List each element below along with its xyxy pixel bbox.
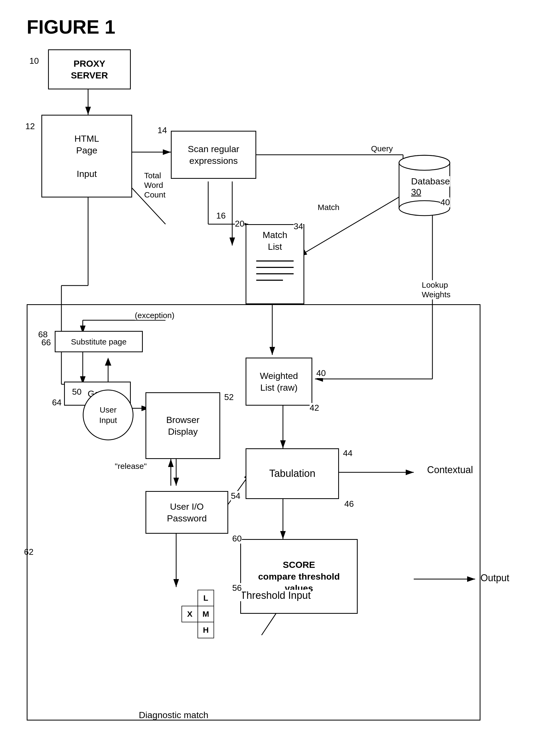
database-cylinder (398, 155, 451, 219)
ref-40: 40 (440, 197, 450, 207)
scan-regex-box: Scan regular expressions (171, 131, 256, 179)
html-page-box: HTML Page Input (41, 115, 132, 197)
proxy-server-box: PROXY SERVER (48, 49, 131, 90)
lookup-weights-label: LookupWeights (422, 280, 450, 299)
ref-12: 12 (25, 121, 35, 131)
figure-title: FIGURE 1 (27, 16, 115, 38)
match-label: Match (318, 203, 339, 212)
output-label: Output (480, 572, 509, 584)
ref-20: 20 (235, 219, 245, 229)
database-label: Database (411, 176, 450, 186)
match-list-box: Match List (246, 224, 304, 304)
ref-34: 34 (294, 221, 303, 232)
database-ref: 30 (411, 187, 421, 197)
total-word-count-label: TotalWordCount (144, 171, 165, 200)
svg-point-38 (399, 155, 450, 170)
ref-10: 10 (29, 56, 39, 66)
outer-boundary-box (27, 304, 480, 721)
ref-16: 16 (216, 211, 226, 221)
ref-14: 14 (157, 125, 167, 135)
query-label: Query (371, 144, 393, 153)
